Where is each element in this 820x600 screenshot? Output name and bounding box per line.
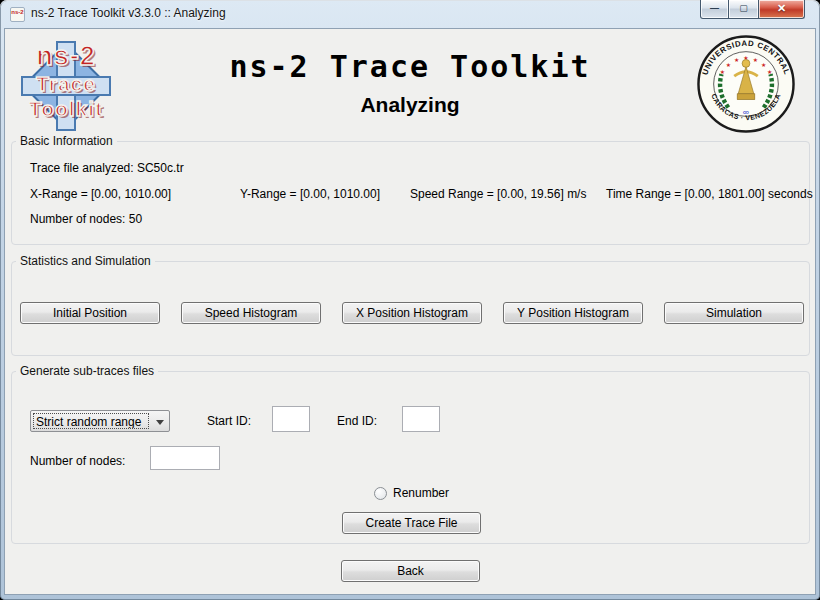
range-mode-select[interactable]: Strict random range	[30, 410, 170, 432]
basic-information-group: Basic Information Trace file analyzed: S…	[11, 141, 810, 245]
app-icon: ns-2	[10, 7, 25, 22]
speed-histogram-button[interactable]: Speed Histogram	[181, 302, 321, 324]
window-controls: — ▢ ✕	[700, 0, 805, 19]
basic-information-legend: Basic Information	[16, 134, 117, 148]
maximize-icon[interactable]: ▢	[729, 0, 759, 19]
page-subtitle: Analyzing	[5, 93, 815, 117]
y-range-text: Y-Range = [0.00, 1010.00]	[240, 187, 380, 201]
page-title: ns-2 Trace Toolkit	[5, 49, 815, 84]
client-area: ns-2 Trace Toolkit ns-2 Trace Toolkit An…	[4, 28, 816, 595]
title-bar[interactable]: ns-2 ns-2 Trace Toolkit v3.3.0 :: Analyz…	[0, 0, 820, 28]
minimize-icon[interactable]: —	[700, 0, 729, 19]
subtraces-legend: Generate sub-traces files	[16, 364, 158, 378]
window-title: ns-2 Trace Toolkit v3.3.0 :: Analyzing	[31, 6, 226, 20]
end-id-label: End ID:	[337, 414, 377, 428]
statistics-group: Statistics and Simulation Initial Positi…	[11, 261, 810, 356]
node-count-text: Number of nodes: 50	[30, 212, 142, 226]
initial-position-button[interactable]: Initial Position	[20, 302, 160, 324]
start-id-field[interactable]	[272, 406, 310, 432]
app-window: ns-2 ns-2 Trace Toolkit v3.3.0 :: Analyz…	[0, 0, 820, 600]
subtraces-group: Generate sub-traces files Strict random …	[11, 371, 810, 544]
statistics-legend: Statistics and Simulation	[16, 254, 155, 268]
svg-text:★: ★	[761, 62, 766, 68]
svg-text:★: ★	[726, 62, 731, 68]
svg-text:★: ★	[753, 57, 758, 63]
close-icon[interactable]: ✕	[759, 0, 805, 19]
x-position-histogram-button[interactable]: X Position Histogram	[342, 302, 482, 324]
range-mode-selected-value: Strict random range	[33, 413, 149, 429]
university-seal: UNIVERSIDAD CENTRAL CARACAS · VENEZUELA …	[697, 35, 795, 133]
simulation-button[interactable]: Simulation	[664, 302, 804, 324]
y-position-histogram-button[interactable]: Y Position Histogram	[503, 302, 643, 324]
svg-text:★: ★	[734, 57, 739, 63]
create-trace-file-button[interactable]: Create Trace File	[342, 512, 481, 534]
back-button[interactable]: Back	[341, 560, 480, 582]
speed-range-text: Speed Range = [0.00, 19.56] m/s	[410, 187, 586, 201]
start-id-label: Start ID:	[207, 414, 251, 428]
time-range-text: Time Range = [0.00, 1801.00] seconds	[606, 187, 813, 201]
renumber-radio[interactable]	[374, 487, 387, 500]
chevron-down-icon[interactable]	[156, 420, 164, 425]
renumber-label[interactable]: Renumber	[393, 486, 449, 500]
trace-file-text: Trace file analyzed: SC50c.tr	[30, 161, 184, 175]
seal-ribbon-mark: ∞	[743, 107, 749, 117]
subtraces-node-count-field[interactable]	[150, 446, 220, 470]
subtraces-node-count-label: Number of nodes:	[30, 454, 125, 468]
end-id-field[interactable]	[402, 406, 440, 432]
x-range-text: X-Range = [0.00, 1010.00]	[30, 187, 171, 201]
